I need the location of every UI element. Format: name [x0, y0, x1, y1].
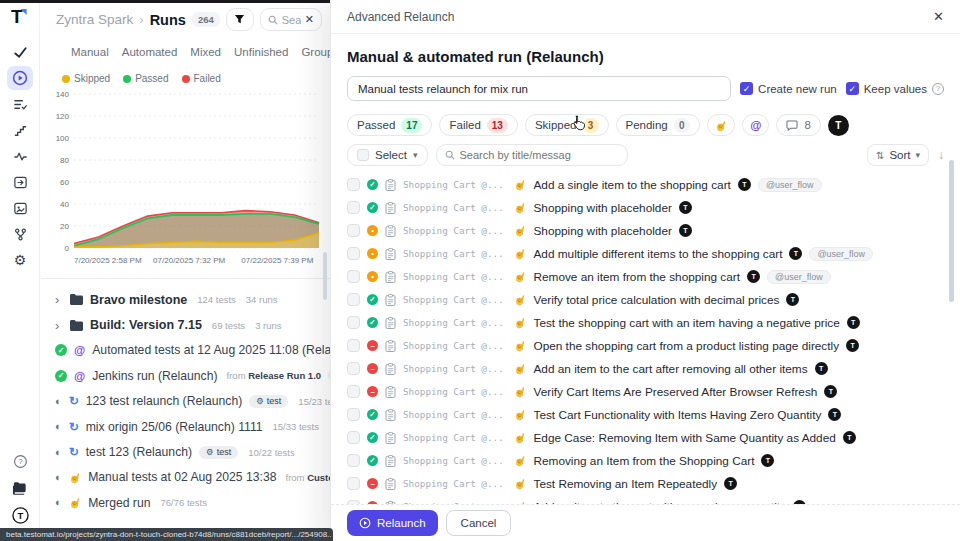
test-row[interactable]: • Shopping Cart @... ☝ Remove an item fr…: [347, 265, 944, 288]
rail-pulse-icon[interactable]: [7, 144, 33, 168]
test-row[interactable]: ✓ Shopping Cart @... ☝ Edge Case: Removi…: [347, 426, 944, 449]
test-row[interactable]: – Shopping Cart @... ☝ Test Removing an …: [347, 472, 944, 495]
tab-mixed[interactable]: Mixed: [190, 46, 221, 58]
tab-groups[interactable]: Groups: [301, 46, 330, 58]
chevron-right-icon[interactable]: ›: [55, 292, 63, 307]
filter-chip-passed[interactable]: Passed 17: [347, 114, 432, 136]
breadcrumb-project[interactable]: Zyntra Spark: [56, 12, 133, 27]
rail-folders-icon[interactable]: [7, 476, 33, 500]
test-title[interactable]: Shopping with placeholder: [533, 201, 671, 215]
milestone-row[interactable]: › Build: Version 7.15 69 tests 3 runs: [55, 312, 330, 337]
test-title[interactable]: Add an item to the cart after removing a…: [533, 362, 807, 376]
clear-search-icon[interactable]: ✕: [305, 13, 314, 26]
assignee-avatar[interactable]: T: [828, 115, 849, 136]
close-icon[interactable]: ✕: [933, 9, 944, 24]
row-checkbox[interactable]: [347, 362, 360, 375]
test-title[interactable]: Removing an Item from the Shopping Cart: [533, 454, 754, 468]
row-checkbox[interactable]: [347, 178, 360, 191]
row-checkbox[interactable]: [347, 201, 360, 214]
rail-gear-icon[interactable]: ⚙: [7, 248, 33, 272]
row-checkbox[interactable]: [347, 224, 360, 237]
app-logo-icon[interactable]: T: [11, 6, 23, 28]
run-row[interactable]: ◐☝ Manual tests at 02 Aug 2025 13:38 fro…: [55, 465, 330, 490]
help-icon[interactable]: ?: [932, 83, 944, 95]
filter-button[interactable]: [226, 8, 254, 31]
test-row[interactable]: ✓ Shopping Cart @... ☝ Test the shopping…: [347, 311, 944, 334]
checkbox-checked-icon[interactable]: ✓: [846, 82, 859, 95]
filter-chip-failed[interactable]: Failed 13: [439, 114, 517, 136]
row-checkbox[interactable]: [347, 293, 360, 306]
create-new-run-option[interactable]: ✓ Create new run: [740, 82, 837, 95]
run-row[interactable]: ◐↻ 123 test relaunch (Relaunch) ⚙test15/…: [55, 389, 330, 414]
row-checkbox[interactable]: [347, 339, 360, 352]
test-search-field[interactable]: [436, 144, 628, 166]
test-row[interactable]: – Shopping Cart @... ☝ Add an item to th…: [347, 357, 944, 380]
filter-chip-comments[interactable]: 8: [776, 114, 820, 136]
rail-play-circle-icon[interactable]: [7, 66, 33, 90]
select-checkbox[interactable]: [357, 149, 369, 161]
row-checkbox[interactable]: [347, 316, 360, 329]
run-row[interactable]: ◐☝ Merged run 76/76 tests: [55, 490, 330, 515]
run-name-input[interactable]: [347, 76, 731, 101]
test-title[interactable]: Remove an item from the shopping cart: [533, 270, 740, 284]
test-title[interactable]: Shopping with placeholder: [533, 224, 671, 238]
sort-direction-icon[interactable]: ↓: [938, 148, 944, 162]
tab-unfinished[interactable]: Unfinished: [234, 46, 288, 58]
user-flow-badge[interactable]: @user_flow: [767, 270, 831, 284]
test-row[interactable]: • Shopping Cart @... ☝ Add multiple diff…: [347, 242, 944, 265]
row-checkbox[interactable]: [347, 454, 360, 467]
test-title[interactable]: Test the shopping cart with an item havi…: [533, 316, 839, 330]
test-row[interactable]: ✓ Shopping Cart @... ☝ Verify total pric…: [347, 288, 944, 311]
filter-chip-automated-test-icon[interactable]: @: [742, 114, 769, 136]
rail-help-icon[interactable]: ?: [7, 449, 33, 473]
panel-scrollbar[interactable]: [949, 160, 954, 302]
filter-chip-manual-test-icon[interactable]: ☝: [707, 114, 735, 136]
test-title[interactable]: Test Cart Functionality with Items Havin…: [533, 408, 821, 422]
rail-logo-circle-icon[interactable]: T: [7, 503, 33, 527]
test-title[interactable]: Verify total price calculation with deci…: [533, 293, 779, 307]
tag-badge[interactable]: ⚙test: [199, 446, 238, 459]
row-checkbox[interactable]: [347, 431, 360, 444]
test-row[interactable]: ✓ Shopping Cart @... ☝ Add a single item…: [347, 173, 944, 196]
rail-check-icon[interactable]: [7, 40, 33, 64]
rail-list-check-icon[interactable]: [7, 92, 33, 116]
rail-export-icon[interactable]: [7, 170, 33, 194]
user-flow-badge[interactable]: @user_flow: [758, 178, 822, 192]
run-row[interactable]: ◐↻ test 123 (Relaunch) ⚙test10/22 tests: [55, 439, 330, 464]
rail-image-icon[interactable]: [7, 196, 33, 220]
run-row[interactable]: ◐↻ mix origin 25/06 (Relaunch) 1111 15/3…: [55, 414, 330, 439]
test-search-input[interactable]: [460, 149, 619, 161]
tag-badge[interactable]: ⚙test: [249, 395, 288, 408]
search-input[interactable]: Search [C ✕: [260, 8, 322, 31]
row-checkbox[interactable]: [347, 385, 360, 398]
test-title[interactable]: Test Removing an Item Repeatedly: [533, 477, 717, 491]
filter-chip-skipped[interactable]: Skipped 3: [525, 114, 609, 136]
test-row[interactable]: • Shopping Cart @... ☝ Shopping with pla…: [347, 219, 944, 242]
rail-branch-icon[interactable]: [7, 222, 33, 246]
test-row[interactable]: – Shopping Cart @... ☝ Open the shopping…: [347, 334, 944, 357]
cancel-button[interactable]: Cancel: [446, 510, 512, 536]
left-scrollbar[interactable]: [323, 252, 327, 300]
test-title[interactable]: Add a single item to the shopping cart: [533, 178, 730, 192]
relaunch-button[interactable]: Relaunch: [347, 510, 438, 536]
test-row[interactable]: – Shopping Cart @... ☝ Verify Cart Items…: [347, 380, 944, 403]
test-title[interactable]: Add multiple different items to the shop…: [533, 247, 782, 261]
run-row[interactable]: ✓@ Jenkins run (Relaunch) from Release R…: [55, 363, 330, 388]
row-checkbox[interactable]: [347, 270, 360, 283]
test-row[interactable]: ✓ Shopping Cart @... ☝ Shopping with pla…: [347, 196, 944, 219]
run-row[interactable]: ✓@ Automated tests at 12 Aug 2025 11:08 …: [55, 338, 330, 363]
breadcrumb-page[interactable]: Runs: [150, 12, 186, 28]
user-flow-badge[interactable]: @user_flow: [809, 247, 873, 261]
tab-automated[interactable]: Automated: [122, 46, 178, 58]
tab-manual[interactable]: Manual: [71, 46, 109, 58]
checkbox-checked-icon[interactable]: ✓: [740, 82, 753, 95]
test-title[interactable]: Edge Case: Removing Item with Same Quant…: [533, 431, 835, 445]
rail-steps-icon[interactable]: [7, 118, 33, 142]
sort-button[interactable]: ⇅ Sort ▾: [867, 144, 929, 166]
filter-chip-pending[interactable]: Pending 0: [616, 114, 700, 136]
test-title[interactable]: Verify Cart Items Are Preserved After Br…: [533, 385, 817, 399]
test-title[interactable]: Open the shopping cart from a product li…: [533, 339, 839, 353]
row-checkbox[interactable]: [347, 247, 360, 260]
chevron-right-icon[interactable]: ›: [55, 318, 63, 333]
row-checkbox[interactable]: [347, 408, 360, 421]
